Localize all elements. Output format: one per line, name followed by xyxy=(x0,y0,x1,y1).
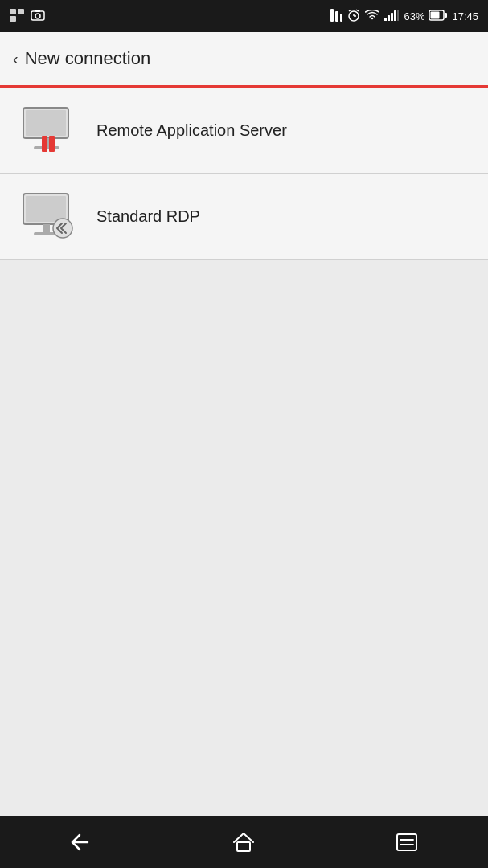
nav-back-button[interactable] xyxy=(49,816,113,868)
svg-rect-7 xyxy=(335,11,338,22)
nav-menu-button[interactable] xyxy=(375,816,439,868)
svg-line-13 xyxy=(356,10,359,11)
remote-app-server-icon xyxy=(16,102,80,158)
svg-rect-2 xyxy=(10,16,16,22)
remote-app-server-label: Remote Application Server xyxy=(96,121,287,140)
svg-rect-6 xyxy=(330,9,334,22)
standard-rdp-icon xyxy=(16,188,80,244)
svg-rect-35 xyxy=(397,834,416,850)
svg-rect-18 xyxy=(397,10,399,21)
list-divider-2 xyxy=(0,259,488,260)
page-title: New connection xyxy=(25,48,151,69)
status-bar: 63% 17:45 xyxy=(0,0,488,32)
svg-rect-29 xyxy=(26,196,66,222)
svg-rect-30 xyxy=(43,224,50,232)
standard-rdp-label: Standard RDP xyxy=(96,207,200,226)
battery-percent: 63% xyxy=(404,10,424,23)
app-bar: ‹ New connection xyxy=(0,32,488,85)
svg-line-12 xyxy=(349,10,351,11)
svg-rect-21 xyxy=(445,13,447,18)
svg-rect-0 xyxy=(10,9,16,14)
time-display: 17:45 xyxy=(452,10,478,23)
svg-rect-14 xyxy=(384,18,387,21)
signal-icon xyxy=(384,10,399,23)
svg-rect-17 xyxy=(394,10,396,21)
svg-rect-5 xyxy=(35,10,40,12)
back-button[interactable]: ‹ xyxy=(13,50,18,68)
svg-rect-16 xyxy=(391,13,393,21)
connection-list: Remote Application Server Standard RDP xyxy=(0,88,488,816)
standard-rdp-item[interactable]: Standard RDP xyxy=(0,174,488,259)
nav-home-button[interactable] xyxy=(211,816,276,868)
alarm-icon xyxy=(347,9,360,24)
camera-icon xyxy=(31,9,45,24)
svg-rect-15 xyxy=(388,15,390,21)
svg-rect-8 xyxy=(340,14,342,22)
svg-point-32 xyxy=(53,219,72,238)
svg-rect-20 xyxy=(431,11,440,18)
svg-rect-23 xyxy=(26,110,66,136)
window-icon xyxy=(10,9,24,24)
svg-point-4 xyxy=(35,14,40,18)
nav-bar xyxy=(0,816,488,868)
sim-icon xyxy=(330,9,342,24)
status-left-icons xyxy=(10,9,45,24)
svg-rect-34 xyxy=(237,842,250,851)
wifi-icon xyxy=(365,10,379,23)
svg-rect-26 xyxy=(42,136,47,152)
svg-rect-1 xyxy=(18,9,24,14)
svg-rect-27 xyxy=(49,136,55,152)
remote-app-server-item[interactable]: Remote Application Server xyxy=(0,88,488,173)
status-right-icons: 63% 17:45 xyxy=(330,9,478,24)
battery-icon xyxy=(429,10,447,23)
